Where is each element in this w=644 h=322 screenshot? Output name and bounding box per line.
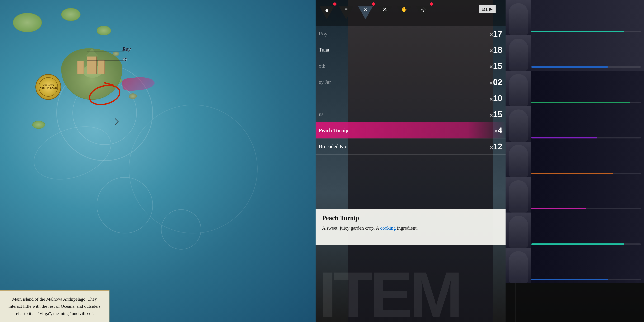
item-row-peach-turnip[interactable]: Peach Turnip ×4 bbox=[316, 122, 506, 138]
small-island-3 bbox=[96, 26, 111, 36]
item-count-honey-jar: ×02 bbox=[483, 77, 502, 87]
strohl-health-fill bbox=[531, 66, 608, 68]
hulkenbe-health-fill bbox=[531, 102, 630, 103]
item-desc-link: cooking bbox=[380, 225, 396, 230]
building-right bbox=[98, 60, 105, 74]
query-notification-dot bbox=[430, 2, 433, 6]
gallica-silhouette bbox=[509, 251, 528, 283]
item-label-text: ITEM bbox=[316, 267, 460, 322]
game-interface: ● ≡ ⚔ ✕ ✋ bbox=[316, 0, 644, 322]
item-count-peach-turnip: ×4 bbox=[483, 126, 502, 135]
item-row-honey-jar[interactable]: ey Jar ×02 bbox=[316, 74, 506, 90]
nav-equipment[interactable]: ✕ bbox=[377, 5, 393, 21]
item-count-royal-tuna: ×17 bbox=[483, 29, 502, 39]
item-name-moth: oth bbox=[319, 63, 483, 69]
journal-symbol: ≡ bbox=[345, 6, 348, 12]
item-name-honey-jar: ey Jar bbox=[319, 79, 483, 85]
will-silhouette bbox=[509, 3, 528, 36]
heismay-health-fill bbox=[531, 137, 597, 138]
sidebar-item-heismay[interactable]: PARTY Heismay bbox=[506, 106, 644, 142]
hulkenbe-portrait bbox=[506, 71, 531, 106]
equipment-symbol: ✕ bbox=[382, 6, 387, 13]
faction-emblem: MALNOVA ARCHIPELAGO bbox=[36, 74, 61, 100]
sidebar-item-gallica[interactable]: GUIDE Gallica bbox=[506, 248, 644, 283]
emblem-label: MALNOVA ARCHIPELAGO bbox=[39, 84, 58, 90]
nav-status[interactable]: ● bbox=[319, 5, 335, 21]
status-notification-dot bbox=[333, 2, 336, 6]
strohl-portrait bbox=[506, 36, 531, 71]
hand-symbol: ✋ bbox=[401, 6, 407, 12]
location-description: Main island of the Malnova Archipelago. … bbox=[6, 296, 102, 317]
skills-symbol: ⚔ bbox=[363, 6, 368, 13]
junah-portrait bbox=[506, 142, 531, 177]
party-sidebar: LEADER Will LEADER bbox=[506, 0, 644, 322]
hulkenbe-health-bar bbox=[531, 102, 641, 103]
location-name-1: Roy bbox=[122, 46, 131, 52]
r1-button-badge[interactable]: R1 ▶ bbox=[479, 5, 496, 13]
item-name-peach-turnip: Peach Turnip bbox=[319, 127, 483, 133]
building-main bbox=[87, 55, 96, 74]
item-name-jins: ns bbox=[319, 111, 483, 117]
gallica-portrait bbox=[506, 248, 531, 283]
item-row-moth[interactable]: oth ×15 bbox=[316, 58, 506, 74]
will-health-fill bbox=[531, 31, 624, 32]
eupha-portrait bbox=[506, 177, 531, 212]
item-description-panel: Peach Turnip A sweet, juicy garden crop.… bbox=[316, 209, 506, 245]
gallica-health-bar bbox=[531, 279, 641, 280]
game-ui-panel: ● ≡ ⚔ ✕ ✋ bbox=[316, 0, 644, 322]
junah-health-fill bbox=[531, 172, 614, 174]
item-desc-name: Peach Turnip bbox=[322, 214, 499, 222]
nav-journal[interactable]: ≡ bbox=[338, 5, 354, 21]
eupha-health-bar bbox=[531, 208, 641, 209]
item-count-brocaded-koi: ×12 bbox=[483, 142, 502, 151]
eupha-silhouette bbox=[509, 180, 528, 212]
basilio-health-fill bbox=[531, 244, 624, 245]
location-info-box: Main island of the Malnova Archipelago. … bbox=[0, 290, 110, 322]
sidebar-item-eupha[interactable]: PARTY Eupha bbox=[506, 177, 644, 212]
location-line-2 bbox=[87, 60, 124, 61]
small-island-1 bbox=[13, 13, 42, 32]
heismay-silhouette bbox=[509, 110, 528, 142]
eupha-health-fill bbox=[531, 208, 586, 209]
status-symbol: ● bbox=[325, 6, 329, 14]
menu-nav-bar: ● ≡ ⚔ ✕ ✋ bbox=[316, 0, 506, 26]
sidebar-item-junah[interactable]: PARTY Junah bbox=[506, 142, 644, 177]
heismay-portrait bbox=[506, 106, 531, 142]
gallica-health-fill bbox=[531, 279, 608, 280]
nav-skills[interactable]: ⚔ bbox=[358, 5, 374, 21]
query-symbol: ◎ bbox=[421, 6, 426, 12]
junah-health-bar bbox=[531, 172, 641, 174]
skills-notification-dot bbox=[372, 2, 375, 6]
small-island-2 bbox=[61, 8, 80, 21]
map-panel: MALNOVA ARCHIPELAGO Roy M Main island of… bbox=[0, 0, 316, 322]
small-island-5 bbox=[32, 121, 45, 129]
strohl-health-bar bbox=[531, 66, 641, 68]
water-swirl-5 bbox=[96, 177, 153, 234]
item-big-label: ITEM bbox=[316, 245, 506, 322]
inventory-panel: ● ≡ ⚔ ✕ ✋ bbox=[316, 0, 506, 322]
item-row-brocaded-koi[interactable]: Brocaded Koi ×12 bbox=[316, 138, 506, 154]
strohl-silhouette bbox=[509, 39, 528, 71]
sidebar-item-hulkenbe[interactable]: PARTY Hulkenbe bbox=[506, 71, 644, 106]
will-health-bar bbox=[531, 31, 641, 32]
item-count-tuna: ×18 bbox=[483, 45, 502, 55]
item-count-jins: ×15 bbox=[483, 110, 502, 119]
item-row-royal-tuna[interactable]: Roy ×17 bbox=[316, 26, 506, 42]
sidebar-item-will[interactable]: LEADER Will bbox=[506, 0, 644, 36]
item-row-jins[interactable]: ns ×15 bbox=[316, 106, 506, 122]
location-name-2: M bbox=[122, 56, 127, 62]
sidebar-item-strohl[interactable]: LEADER Strohl bbox=[506, 36, 644, 71]
heismay-health-bar bbox=[531, 137, 641, 138]
item-row-tuna[interactable]: Tuna ×18 bbox=[316, 42, 506, 58]
item-row-unnamed[interactable]: ×10 bbox=[316, 90, 506, 106]
item-count-moth: ×15 bbox=[483, 61, 502, 71]
sidebar-item-basilio[interactable]: PARTY Basilio bbox=[506, 212, 644, 248]
building-left bbox=[77, 61, 84, 74]
main-island[interactable] bbox=[52, 36, 132, 113]
basilio-health-bar bbox=[531, 244, 641, 245]
nav-query[interactable]: ◎ bbox=[416, 5, 432, 21]
nav-hand[interactable]: ✋ bbox=[396, 5, 412, 21]
basilio-portrait bbox=[506, 212, 531, 248]
basilio-silhouette bbox=[509, 216, 528, 248]
item-desc-text: A sweet, juicy garden crop. A cooking in… bbox=[322, 224, 499, 232]
